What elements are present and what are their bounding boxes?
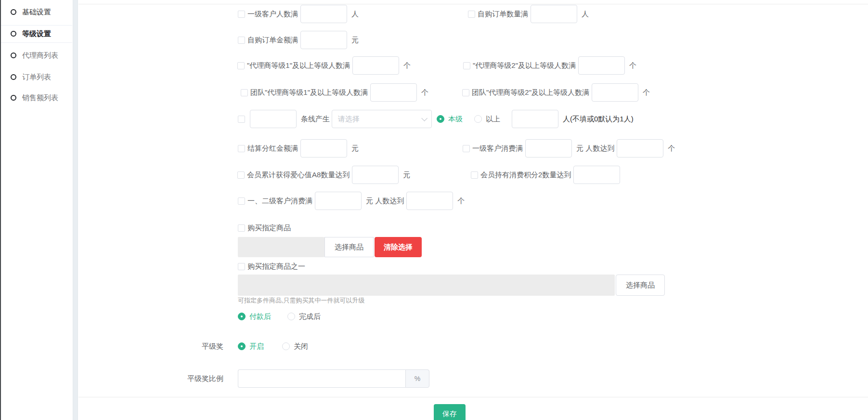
checkbox[interactable] [241, 89, 248, 96]
scrollbar-track[interactable] [73, 0, 78, 420]
agent2-count-input[interactable] [578, 56, 625, 75]
unit-label: 元 人数达到 [366, 197, 404, 206]
unit-label: 个 [668, 144, 675, 153]
sidebar-item-label: 代理商列表 [22, 51, 58, 60]
select-goods-one-button[interactable]: 选择商品 [616, 275, 665, 296]
checkbox[interactable] [237, 62, 245, 69]
checkbox[interactable] [463, 145, 470, 152]
radio-after-pay[interactable] [238, 313, 246, 320]
checkbox[interactable] [462, 89, 469, 96]
goods-hint-text: 可指定多件商品,只需购买其中一件就可以升级 [238, 296, 365, 305]
self-order-amount-input[interactable] [300, 31, 347, 49]
row-settle-dividend: 结算分红金额满 元 [238, 137, 359, 160]
radio-peer-award-off[interactable] [282, 342, 290, 350]
checkbox[interactable] [238, 37, 245, 44]
save-button[interactable]: 保存 [434, 404, 466, 420]
chevron-down-icon [421, 115, 428, 121]
peer-ratio-label: 平级奖比例 [151, 374, 223, 383]
unit-label: 元 人数达到 [576, 144, 614, 153]
level1-consume-amount-input[interactable] [525, 139, 572, 158]
radio-label-after-complete: 完成后 [299, 312, 321, 321]
row-buy-goods-controls: 选择商品 清除选择 [238, 236, 422, 259]
row-peer-award: 平级奖 开启 关闭 [151, 339, 320, 354]
self-order-count-input[interactable] [531, 5, 577, 23]
checkbox-label: 会员持有消费积分2数量达到 [480, 171, 571, 180]
sidebar: 基础设置 等级设置 代理商列表 订单列表 销售额列表 [1, 0, 72, 420]
checkbox-label: 团队"代理商等级2"及以上等级人数满 [472, 88, 589, 97]
radio-label-self-level: 本级 [448, 115, 463, 124]
radio-after-complete[interactable] [287, 313, 295, 320]
circle-icon [11, 74, 16, 80]
select-placeholder: 请选择 [338, 115, 360, 124]
sidebar-item-basic-settings[interactable]: 基础设置 [1, 1, 72, 23]
consume-points-input[interactable] [573, 166, 620, 184]
sidebar-item-label: 销售额列表 [22, 93, 58, 103]
radio-above-level[interactable] [474, 115, 482, 123]
checkbox[interactable] [238, 145, 245, 152]
lines-count-input[interactable] [250, 110, 297, 128]
level1-customers-input[interactable] [300, 5, 347, 23]
unit-label: 个 [457, 197, 465, 206]
checkbox-label: 结算分红金额满 [247, 144, 298, 153]
checkbox[interactable] [238, 263, 245, 270]
row-goods-hint: 可指定多件商品,只需购买其中一件就可以升级 [238, 296, 365, 305]
checkbox[interactable] [471, 171, 478, 179]
sidebar-item-sales-list[interactable]: 销售额列表 [1, 87, 72, 108]
love-value-input[interactable] [352, 166, 399, 184]
peer-ratio-input[interactable] [238, 369, 405, 388]
checkbox-label: 自购订单金额满 [247, 36, 298, 45]
level12-consume-people-input[interactable] [406, 192, 453, 210]
row-consume-points: 会员持有消费积分2数量达到 [471, 163, 624, 186]
row-buy-goods-label: 购买指定商品 [238, 221, 291, 235]
checkbox[interactable] [238, 116, 245, 123]
row-buy-goods-one-controls: 选择商品 [238, 274, 665, 297]
checkbox[interactable] [238, 11, 245, 18]
clear-selection-button[interactable]: 清除选择 [375, 237, 422, 257]
lines-level-select[interactable]: 请选择 [332, 110, 432, 128]
circle-icon [11, 9, 16, 15]
unit-label: 人 [582, 10, 589, 19]
checkbox[interactable] [468, 11, 475, 18]
team-agent2-count-input[interactable] [592, 83, 638, 102]
level12-consume-amount-input[interactable] [315, 192, 362, 210]
row-peer-ratio: 平级奖比例 % [151, 367, 429, 390]
circle-icon [11, 52, 16, 58]
row-lines-produce: 条线产生 请选择 本级 以上 人(不填或0默认为1人) [238, 107, 634, 131]
checkbox[interactable] [237, 171, 245, 179]
sidebar-item-agent-list[interactable]: 代理商列表 [1, 45, 72, 66]
radio-label-peer-award-on: 开启 [249, 342, 264, 351]
sidebar-divider [1, 42, 72, 43]
unit-label: 个 [643, 88, 650, 97]
page: 基础设置 等级设置 代理商列表 订单列表 销售额列表 一级客户人数满 人 [0, 0, 868, 420]
checkbox-label: 自购订单数量满 [478, 10, 528, 19]
unit-label: 个 [629, 61, 636, 70]
sidebar-item-label: 等级设置 [22, 29, 51, 39]
settle-dividend-input[interactable] [300, 139, 347, 158]
row-team-agent2-count: 团队"代理商等级2"及以上等级人数满 个 [462, 81, 650, 104]
unit-label: 元 [403, 171, 410, 180]
row-buy-goods-one-label: 购买指定商品之一 [238, 260, 305, 273]
lines-mid-label: 条线产生 [301, 115, 330, 124]
sidebar-item-level-settings[interactable]: 等级设置 [1, 23, 72, 44]
team-agent1-count-input[interactable] [370, 83, 417, 102]
checkbox[interactable] [238, 224, 245, 232]
checkbox[interactable] [463, 62, 470, 69]
checkbox[interactable] [238, 197, 245, 205]
lines-people-input[interactable] [512, 110, 558, 128]
agent1-count-input[interactable] [352, 56, 399, 75]
sidebar-item-order-list[interactable]: 订单列表 [1, 66, 72, 88]
level1-consume-people-input[interactable] [617, 139, 663, 158]
checkbox-label: 团队"代理商等级1"及以上等级人数满 [250, 88, 368, 97]
checkbox-label: 一、二级客户消费满 [247, 197, 312, 206]
row-self-order-count: 自购订单数量满 人 [468, 2, 589, 26]
unit-label: 人 [351, 10, 359, 19]
unit-label: 个 [421, 88, 428, 97]
radio-peer-award-on[interactable] [238, 342, 246, 350]
lines-suffix-label: 人(不填或0默认为1人) [563, 115, 634, 124]
selected-goods-field [238, 237, 324, 257]
selected-goods-one-field [238, 275, 615, 296]
select-goods-button[interactable]: 选择商品 [324, 237, 374, 257]
radio-self-level[interactable] [437, 115, 444, 123]
peer-award-label: 平级奖 [151, 342, 223, 351]
footer-divider [78, 397, 868, 397]
